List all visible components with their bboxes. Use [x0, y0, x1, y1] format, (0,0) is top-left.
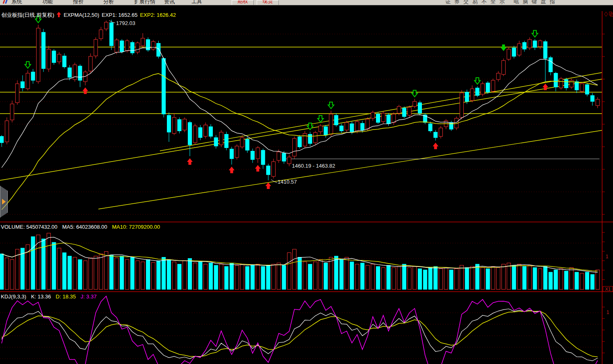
- options-button[interactable]: 期权: [232, 0, 254, 5]
- kdj-axis-label: 1: [606, 309, 609, 315]
- kdj-j-value: J: 3.37: [81, 293, 97, 300]
- indicator-label[interactable]: EXPMA(12,50): [64, 12, 99, 18]
- menu-item-extended-quote[interactable]: 扩展行情: [134, 0, 155, 5]
- spot-button-label: 现货: [262, 0, 273, 4]
- expand-arrow-icon: [2, 199, 6, 205]
- kdj-d-value: D: 18.35: [56, 293, 76, 300]
- exp2-value: EXP2: 1626.42: [140, 12, 175, 18]
- menu-item-tools[interactable]: 工具: [191, 0, 202, 5]
- menu-item-system[interactable]: 系统: [11, 0, 22, 5]
- kdj-indicator-label[interactable]: KDJ(9,3,3): [1, 293, 26, 300]
- volume-axis-label: 1: [606, 254, 608, 259]
- volume-ma10-value: MA10: 72709200.00: [112, 224, 160, 230]
- low-price-label: 1410.57: [278, 179, 297, 185]
- buy-signal-icon: [57, 12, 61, 18]
- kdj-k-value: K: 13.36: [31, 293, 51, 300]
- volume-value: VOLUME: 54507432.00: [1, 224, 57, 230]
- main-chart-header: 创业板指(日线.前复权)EXPMA(12,50)EXP1: 1652.65EXP…: [1, 11, 178, 19]
- volume-header: VOLUME: 54507432.00 MA5: 64023608.00 MA1…: [1, 224, 163, 230]
- menu-item-news[interactable]: 资讯: [164, 0, 175, 5]
- menu-item-quote[interactable]: 报价: [73, 0, 84, 5]
- options-button-label: 期权: [237, 0, 248, 4]
- menu-item-function[interactable]: 功能: [42, 0, 53, 5]
- side-panel-handle[interactable]: [0, 186, 8, 218]
- scale-badge: X1: [603, 286, 613, 292]
- volume-ma5-value: MA5: 64023608.00: [62, 224, 107, 230]
- chart-canvas[interactable]: [0, 0, 613, 364]
- app-icon[interactable]: [3, 0, 9, 4]
- chart-title: 创业板指(日线.前复权): [1, 12, 54, 18]
- gap-price-label: 1460.19 - 1463.82: [292, 163, 335, 169]
- exp1-value: EXP1: 1652.65: [102, 12, 137, 18]
- high-price-label: 1792.03: [116, 20, 135, 26]
- menu-item-analysis[interactable]: 分析: [103, 0, 114, 5]
- menu-bar: 系统 功能 报价 分析 扩展行情 资讯 工具 期权 现货 证券交易不全示 电脑键…: [0, 0, 613, 5]
- menu-right-text: 证券交易不全示 电脑键盘指: [445, 0, 559, 5]
- spot-button[interactable]: 现货: [257, 0, 279, 5]
- kdj-header: KDJ(9,3,3) K: 13.36 D: 18.35 J: 3.37: [1, 293, 100, 300]
- diamond-icon[interactable]: [604, 12, 608, 16]
